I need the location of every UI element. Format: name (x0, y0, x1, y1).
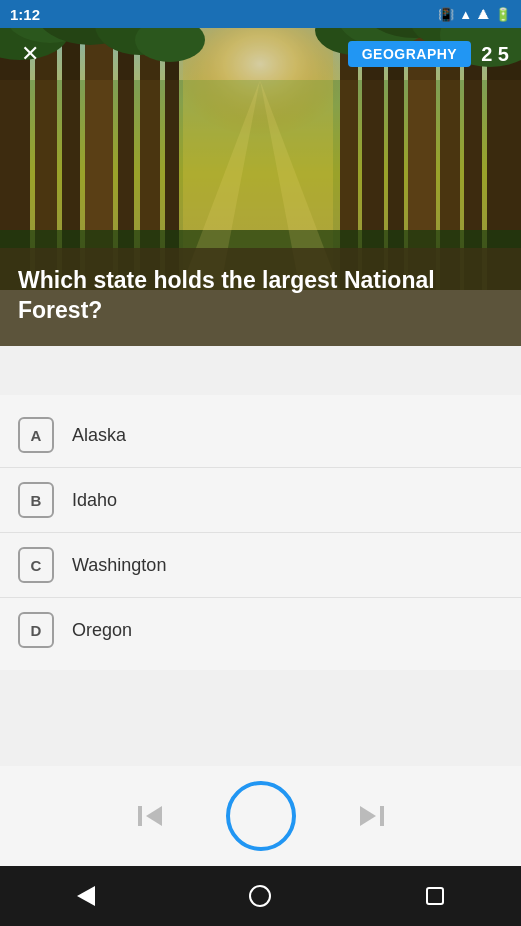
question-text: Which state holds the largest National F… (18, 266, 503, 326)
answer-option-a[interactable]: AAlaska (0, 403, 521, 468)
svg-marker-32 (146, 806, 162, 826)
close-button[interactable]: ✕ (12, 36, 48, 72)
answer-letter-b: B (18, 482, 54, 518)
nav-bar (0, 866, 521, 926)
status-time: 1:12 (10, 6, 40, 23)
recents-button[interactable] (426, 887, 444, 905)
answer-option-d[interactable]: DOregon (0, 598, 521, 662)
home-button[interactable] (249, 885, 271, 907)
answer-text-b: Idaho (72, 490, 117, 511)
answer-option-b[interactable]: BIdaho (0, 468, 521, 533)
status-icons: 📳 ▲ ⯅ 🔋 (438, 7, 511, 22)
category-badge: GEOGRAPHY (348, 41, 472, 67)
header-bar: ✕ GEOGRAPHY 2 5 (0, 28, 521, 80)
skip-back-icon (134, 800, 166, 832)
answers-area: AAlaskaBIdahoCWashingtonDOregon (0, 395, 521, 670)
vibrate-icon: 📳 (438, 7, 454, 22)
answer-text-d: Oregon (72, 620, 132, 641)
answer-option-c[interactable]: CWashington (0, 533, 521, 598)
svg-rect-33 (380, 806, 384, 826)
back-button[interactable] (77, 886, 95, 906)
answer-text-c: Washington (72, 555, 166, 576)
svg-rect-31 (138, 806, 142, 826)
question-overlay: Which state holds the largest National F… (0, 248, 521, 346)
score-display: 2 5 (481, 43, 509, 66)
play-button[interactable] (226, 781, 296, 851)
next-button[interactable] (356, 800, 388, 832)
signal-icon: ⯅ (477, 7, 490, 22)
answer-text-a: Alaska (72, 425, 126, 446)
answer-letter-c: C (18, 547, 54, 583)
svg-marker-34 (360, 806, 376, 826)
skip-forward-icon (356, 800, 388, 832)
status-bar: 1:12 📳 ▲ ⯅ 🔋 (0, 0, 521, 28)
wifi-icon: ▲ (459, 7, 472, 22)
header-right: GEOGRAPHY 2 5 (348, 41, 509, 67)
prev-button[interactable] (134, 800, 166, 832)
answer-letter-a: A (18, 417, 54, 453)
answer-letter-d: D (18, 612, 54, 648)
battery-icon: 🔋 (495, 7, 511, 22)
bottom-controls (0, 766, 521, 866)
